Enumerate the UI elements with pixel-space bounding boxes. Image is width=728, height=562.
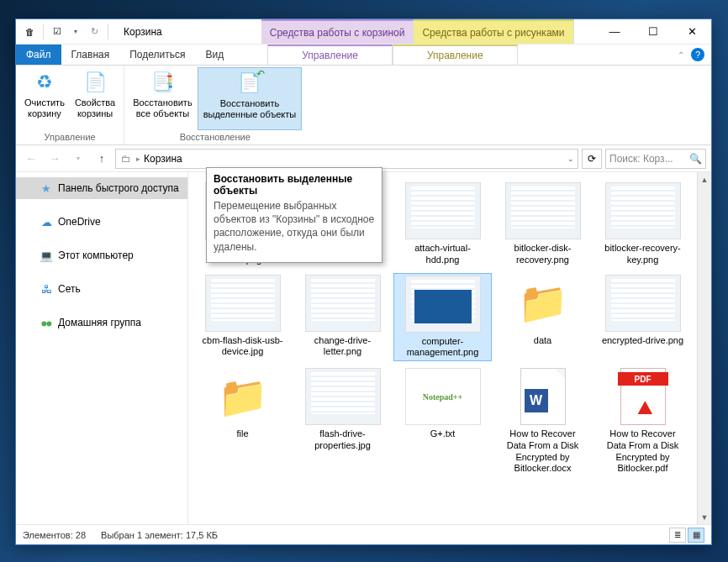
quick-icon — [40, 181, 53, 195]
file-name: G+.txt — [430, 428, 456, 440]
recycle-icon — [31, 69, 58, 96]
search-icon[interactable]: 🔍 — [689, 153, 702, 165]
tree-item-thispc[interactable]: Этот компьютер — [16, 244, 187, 266]
file-item[interactable]: computer-management.png — [393, 273, 492, 362]
status-bar: Элементов: 28 Выбран 1 элемент: 17,5 КБ … — [16, 524, 711, 544]
file-name: data — [534, 335, 551, 347]
group-label: Управление — [45, 130, 96, 144]
redo-icon[interactable]: ↻ — [87, 25, 101, 39]
file-item[interactable]: flash-drive-properties.jpg — [293, 366, 392, 476]
folder-icon: 📁 — [205, 368, 281, 425]
chevron-down-icon[interactable]: ⌄ — [567, 155, 574, 163]
context-tab-picture-tools[interactable]: Средства работы с рисунками — [414, 19, 573, 44]
screenshot-thumb — [305, 275, 381, 332]
minimize-button[interactable]: — — [595, 19, 634, 45]
file-item[interactable]: 📁file — [193, 366, 292, 476]
file-item[interactable]: How to Recover Data From a Disk Encrypte… — [493, 366, 592, 476]
address-bar[interactable]: ▸ Корзина ⌄ — [115, 149, 578, 169]
refresh-button[interactable]: ⟳ — [582, 149, 602, 169]
tree-item-quick[interactable]: Панель быстрого доступа — [16, 177, 187, 199]
ribbon: Очистить корзину Свойства корзины Управл… — [16, 66, 711, 145]
file-item[interactable]: Notepad++G+.txt — [393, 366, 492, 476]
network-icon — [40, 282, 53, 296]
tab-home[interactable]: Главная — [61, 45, 120, 65]
file-tab[interactable]: Файл — [16, 45, 61, 65]
tree-item-homegroup[interactable]: Домашняя группа — [16, 312, 187, 334]
window-controls: — ☐ ✕ — [595, 19, 711, 45]
bin-properties-button[interactable]: Свойства корзины — [70, 67, 120, 130]
file-item[interactable]: attach-virtual-hdd.png — [393, 181, 492, 268]
file-item[interactable]: encrypted-drive.png — [593, 273, 692, 362]
tree-item-label: Сеть — [58, 283, 81, 295]
file-item[interactable]: cbm-flash-disk-usb-device.jpg — [193, 273, 292, 362]
recent-dropdown[interactable]: ▾ — [68, 149, 88, 169]
ribbon-group-manage: Очистить корзину Свойства корзины Управл… — [16, 66, 124, 144]
folder-icon: 📁 — [505, 275, 581, 332]
file-name: change-drive-letter.png — [301, 335, 385, 359]
tab-manage-pictures[interactable]: Управление — [393, 45, 518, 65]
vertical-scrollbar[interactable]: ▲ ▼ — [697, 172, 711, 524]
file-name: bitlocker-recovery-key.png — [601, 243, 685, 266]
address-end: ⌄ — [567, 155, 574, 163]
tree-item-label: Этот компьютер — [58, 249, 134, 261]
close-button[interactable]: ✕ — [673, 19, 711, 45]
title-bar: 🗑 ☑ ▾ ↻ Корзина Средства работы с корзин… — [16, 19, 711, 45]
tab-manage-recycle[interactable]: Управление — [267, 45, 393, 65]
label: Свойства — [75, 97, 115, 108]
tooltip-restore-selected: Восстановить выделенные объекты Перемеще… — [206, 167, 382, 263]
restore-selected-button[interactable]: Восстановить выделенные объекты — [198, 67, 303, 130]
properties-icon — [82, 69, 108, 96]
maximize-button[interactable]: ☐ — [634, 19, 673, 45]
file-item[interactable]: bitlocker-disk-recovery.png — [493, 181, 592, 268]
file-name: file — [236, 428, 248, 440]
file-name: How to Recover Data From a Disk Encrypte… — [501, 428, 585, 475]
menu-bar: Файл Главная Поделиться Вид Управление У… — [16, 45, 711, 66]
file-name: computer-management.png — [401, 336, 485, 360]
tree-item-onedrive[interactable]: OneDrive — [16, 211, 187, 233]
tree-item-network[interactable]: Сеть — [16, 278, 187, 300]
file-item[interactable]: bitlocker-recovery-key.png — [593, 181, 692, 268]
onedrive-icon — [40, 215, 53, 228]
search-placeholder: Поиск: Корз... — [609, 153, 673, 165]
forward-button[interactable]: → — [45, 149, 65, 169]
back-button[interactable]: ← — [21, 149, 41, 169]
tab-share[interactable]: Поделиться — [119, 45, 195, 65]
file-item[interactable]: 📁data — [493, 273, 592, 362]
screenshot-thumb — [605, 182, 681, 239]
tab-view[interactable]: Вид — [195, 45, 234, 65]
up-button[interactable]: ↑ — [92, 149, 112, 169]
view-switcher: ≣ ▦ — [669, 528, 704, 543]
tooltip-title: Восстановить выделенные объекты — [214, 173, 375, 197]
word-doc-icon — [505, 368, 581, 425]
help-icon[interactable]: ? — [691, 48, 704, 61]
qat-dropdown-icon[interactable]: ▾ — [69, 25, 82, 39]
search-box[interactable]: Поиск: Корз... 🔍 — [605, 149, 706, 169]
selection-info: Выбран 1 элемент: 17,5 КБ — [101, 530, 218, 540]
context-tab-recycle-tools[interactable]: Средства работы с корзиной — [261, 19, 414, 44]
file-name: encrypted-drive.png — [602, 335, 683, 347]
restore-all-button[interactable]: Восстановить все объекты — [128, 67, 197, 130]
details-view-button[interactable]: ≣ — [669, 528, 686, 543]
navigation-pane[interactable]: Панель быстрого доступаOneDriveЭтот комп… — [16, 172, 188, 524]
restore-selected-icon — [236, 70, 263, 97]
item-count: Элементов: 28 — [23, 530, 86, 540]
separator — [108, 24, 108, 39]
scroll-up-icon[interactable]: ▲ — [698, 172, 712, 186]
empty-bin-button[interactable]: Очистить корзину — [19, 67, 70, 130]
label: Восстановить — [133, 97, 192, 108]
file-name: bitlocker-disk-recovery.png — [501, 243, 585, 266]
tree-item-label: Домашняя группа — [58, 317, 141, 328]
label: все объекты — [136, 108, 189, 119]
tree-item-label: OneDrive — [58, 216, 101, 228]
file-item[interactable]: PDFHow to Recover Data From a Disk Encry… — [593, 366, 692, 476]
scroll-down-icon[interactable]: ▼ — [698, 510, 712, 524]
properties-icon[interactable]: ☑ — [50, 25, 64, 39]
file-name: flash-drive-properties.jpg — [301, 428, 385, 452]
pdf-icon: PDF — [605, 368, 681, 425]
file-name: cbm-flash-disk-usb-device.jpg — [201, 335, 285, 359]
screenshot-thumb — [605, 275, 681, 332]
breadcrumb[interactable]: Корзина — [144, 153, 182, 165]
collapse-ribbon-icon[interactable]: ⌃ — [678, 50, 684, 60]
file-item[interactable]: change-drive-letter.png — [293, 273, 392, 362]
icons-view-button[interactable]: ▦ — [688, 528, 704, 543]
